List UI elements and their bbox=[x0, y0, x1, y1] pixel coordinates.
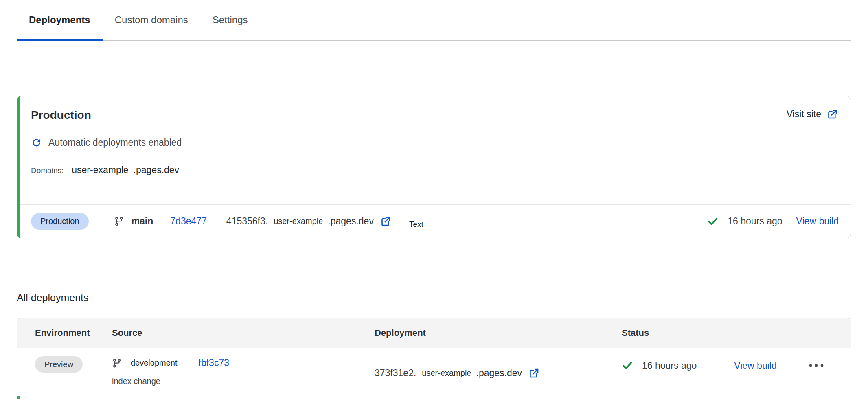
view-build-link[interactable]: View build bbox=[734, 360, 776, 371]
deployment-time: 16 hours ago bbox=[728, 216, 782, 227]
commit-link[interactable]: fbf3c73 bbox=[199, 357, 229, 368]
column-header-deployment: Deployment bbox=[375, 328, 622, 338]
external-link-icon bbox=[827, 109, 838, 120]
row-menu-icon[interactable] bbox=[808, 360, 825, 371]
environment-badge: Production bbox=[31, 213, 89, 230]
next-row-partial bbox=[17, 396, 851, 399]
git-branch-icon bbox=[112, 358, 122, 368]
refresh-icon bbox=[31, 137, 42, 148]
auto-deployments-text: Automatic deployments enabled bbox=[48, 137, 182, 148]
external-link-icon[interactable] bbox=[528, 368, 539, 379]
column-header-environment: Environment bbox=[35, 328, 112, 338]
tab-settings[interactable]: Settings bbox=[200, 14, 260, 41]
tab-custom-domains[interactable]: Custom domains bbox=[103, 14, 200, 41]
check-icon bbox=[707, 216, 719, 227]
visit-site-link[interactable]: Visit site bbox=[787, 109, 838, 120]
environment-badge: Preview bbox=[35, 356, 83, 373]
domain-name: user-example bbox=[72, 164, 128, 175]
domains-label: Domains: bbox=[31, 166, 64, 175]
deployment-domain: user-example bbox=[422, 368, 471, 378]
commit-link[interactable]: 7d3e477 bbox=[170, 216, 207, 227]
deployment-status: 16 hours ago View build bbox=[622, 357, 851, 371]
tab-deployments[interactable]: Deployments bbox=[17, 14, 103, 41]
deployment-suffix: .pages.dev bbox=[328, 216, 374, 227]
all-deployments-title: All deployments bbox=[17, 292, 851, 304]
visit-site-label: Visit site bbox=[787, 109, 821, 120]
production-card: Production Visit site Automatic deploym bbox=[17, 96, 851, 238]
deployment-domain: user-example bbox=[274, 217, 323, 226]
deployment-suffix: .pages.dev bbox=[476, 368, 522, 379]
branch-name: main bbox=[132, 216, 153, 227]
deployments-table: Environment Source Deployment Status Pre… bbox=[17, 318, 851, 396]
production-card-title: Production bbox=[31, 109, 91, 122]
deployment-id: 373f31e2. bbox=[375, 368, 416, 379]
domain-suffix: .pages.dev bbox=[134, 164, 180, 175]
auto-deployments-status: Automatic deployments enabled bbox=[31, 137, 838, 148]
commit-message: index change bbox=[112, 377, 375, 386]
table-header: Environment Source Deployment Status bbox=[17, 318, 851, 348]
git-branch-icon bbox=[114, 216, 124, 226]
column-header-status: Status bbox=[622, 328, 851, 338]
tab-bar: Deployments Custom domains Settings bbox=[0, 0, 868, 41]
domains-row: Domains: user-example .pages.dev bbox=[31, 164, 838, 175]
deployment-time: 16 hours ago bbox=[642, 360, 697, 371]
production-deployment-row: Production main 7d3e477 415356f3. user-e… bbox=[20, 204, 851, 238]
table-row: Preview development fbf3c73 index change… bbox=[17, 348, 851, 396]
view-build-link[interactable]: View build bbox=[796, 216, 839, 227]
deployment-id: 415356f3. bbox=[226, 216, 268, 227]
column-header-source: Source bbox=[112, 328, 375, 338]
overlay-text-label: Text bbox=[409, 220, 423, 229]
branch-name: development bbox=[131, 358, 178, 368]
check-icon bbox=[622, 360, 633, 371]
external-link-icon[interactable] bbox=[380, 216, 391, 227]
deployment-status: 16 hours ago View build bbox=[707, 216, 839, 227]
